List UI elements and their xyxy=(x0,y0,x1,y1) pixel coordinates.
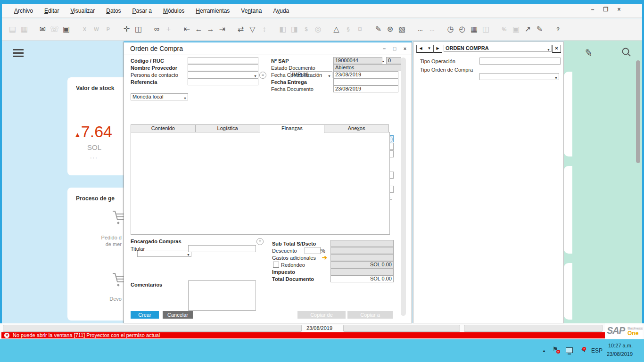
referencia-input[interactable] xyxy=(188,78,258,85)
search-icon[interactable] xyxy=(621,47,632,58)
recalc-dropdown[interactable] xyxy=(137,250,191,257)
redondeo-checkbox[interactable] xyxy=(273,262,279,268)
edit-icon[interactable]: ✎ xyxy=(372,23,384,35)
gross-profit-icon: ◎ xyxy=(312,23,324,35)
menu-datos[interactable]: Datos xyxy=(106,8,121,14)
persona-contacto-dropdown[interactable] xyxy=(188,71,258,78)
find-icon[interactable]: ∞ xyxy=(151,23,163,35)
returns-cart-icon[interactable] xyxy=(112,272,124,288)
choose-from-list-icon[interactable]: ≡ xyxy=(259,72,266,79)
tipo-orden-dropdown[interactable] xyxy=(479,73,559,80)
persona-contacto-label: Persona de contacto xyxy=(131,72,178,78)
chat-icon[interactable]: … xyxy=(414,23,426,35)
status-field xyxy=(3,325,302,332)
fecha-contabilizacion-input[interactable] xyxy=(333,71,398,78)
approval-status-icon[interactable]: ◷ xyxy=(445,23,456,35)
hamburger-menu-icon[interactable] xyxy=(13,49,24,59)
stock-card-title: Valor de stock xyxy=(76,85,114,91)
next-record-icon[interactable]: → xyxy=(205,23,216,35)
fecha-documento-input[interactable] xyxy=(333,85,398,92)
menu-módulos[interactable]: Módulos xyxy=(163,8,184,14)
tab-anexos[interactable]: Anexos xyxy=(324,124,389,132)
volume-muted-icon[interactable]: × xyxy=(579,347,585,352)
titular-label: Titular xyxy=(131,246,145,252)
refresh-icon[interactable]: ⇄ xyxy=(235,23,247,35)
link-arrow-icon[interactable]: ➔ xyxy=(322,255,327,261)
nav-previous-icon[interactable]: ◀ xyxy=(416,45,425,53)
user-defined-fields-icon[interactable]: ▧ xyxy=(396,23,408,35)
sms-icon: ☏ xyxy=(49,23,60,35)
tipo-orden-label: Tipo Orden de Compra xyxy=(420,67,473,73)
document-type-combo[interactable]: ORDEN COMPRA xyxy=(444,45,552,52)
choose-from-list-icon[interactable]: ≡ xyxy=(256,238,264,245)
form-edit-icon[interactable]: ✎ xyxy=(534,23,545,35)
print-preview-icon: ▤ xyxy=(7,23,18,35)
copiar-a-button: Copiar a xyxy=(347,311,393,319)
dialog-minimize-button[interactable]: – xyxy=(380,46,388,52)
clock-date[interactable]: 23/08/2019 xyxy=(607,351,633,357)
menu-archivo[interactable]: Archivo xyxy=(14,8,33,14)
nav-dropdown-icon[interactable]: ▼ xyxy=(425,45,434,53)
tab-contenido[interactable]: Contenido xyxy=(131,124,196,132)
titular-input[interactable] xyxy=(188,245,256,252)
one-text: One xyxy=(627,330,638,336)
total-documento-label: Total Documento xyxy=(272,276,314,282)
language-indicator[interactable]: ESP xyxy=(591,347,603,354)
tab-logística[interactable]: Logística xyxy=(196,124,260,132)
menu-ventana[interactable]: Ventana xyxy=(241,8,262,14)
previous-record-icon[interactable]: ← xyxy=(193,23,205,35)
finanzas-tab-panel xyxy=(131,132,390,235)
fecha-documento-label: Fecha Documento xyxy=(271,86,314,92)
tipo-operacion-input[interactable] xyxy=(479,58,561,65)
clock-time[interactable]: 10:27 a.m. xyxy=(608,343,633,348)
moneda-dropdown[interactable]: Moneda local xyxy=(131,93,188,100)
menu-visualizar[interactable]: Visualizar xyxy=(70,8,95,14)
impuesto-label: Impuesto xyxy=(272,269,295,275)
edit-pencil-icon[interactable]: ✎ xyxy=(584,47,594,59)
codigo-ruc-input[interactable] xyxy=(188,57,258,64)
process-card: Proceso de ge Pedido d de mer Devo xyxy=(67,188,124,321)
subtotal-field xyxy=(330,240,394,247)
notification-flag-icon[interactable]: ⚑× xyxy=(553,346,558,353)
tab-bar: ContenidoLogísticaFinanzasAnexos xyxy=(131,124,389,132)
nav-next-icon[interactable]: ▶ xyxy=(433,45,442,53)
export-transfer-icon[interactable]: ↗ xyxy=(522,23,534,35)
stock-value-card: Valor de stock ▲7.64 SOL ... xyxy=(67,77,124,175)
tab-finanzas[interactable]: Finanzas xyxy=(260,124,325,133)
dialog-close-button[interactable]: × xyxy=(401,46,409,52)
dialog-scrollbar[interactable] xyxy=(400,58,406,318)
lock-screen-icon[interactable]: ◫ xyxy=(132,23,144,35)
fax-icon[interactable]: ▣ xyxy=(60,23,72,35)
last-record-icon[interactable]: ⇥ xyxy=(216,23,228,35)
window-restore-button[interactable]: ❐ xyxy=(602,6,610,14)
tray-expand-icon[interactable]: ▲ xyxy=(542,349,546,353)
nombre-proveedor-input[interactable] xyxy=(188,64,258,71)
fecha-entrega-input[interactable] xyxy=(333,78,398,85)
window-minimize-button[interactable]: – xyxy=(588,6,597,14)
comentarios-textarea[interactable] xyxy=(188,280,256,311)
process-card-title: Proceso de ge xyxy=(76,195,115,202)
encargado-compras-label: Encargado Compras xyxy=(131,239,182,244)
form-settings-icon[interactable]: ⊛ xyxy=(384,23,396,35)
menu-pasar-a[interactable]: Pasar a xyxy=(132,8,152,14)
crear-button[interactable]: Crear xyxy=(131,311,159,319)
cancelar-button[interactable]: Cancelar xyxy=(163,311,193,319)
email-icon[interactable]: ✉ xyxy=(37,23,49,35)
move-icon[interactable]: ✛ xyxy=(121,23,132,35)
menu-herramientas[interactable]: Herramientas xyxy=(196,8,230,14)
first-record-icon[interactable]: ⇤ xyxy=(181,23,193,35)
panel-close-button[interactable]: × xyxy=(552,45,561,53)
dialog-maximize-button[interactable]: □ xyxy=(391,46,398,52)
window-close-button[interactable]: × xyxy=(615,6,623,14)
calendar-icon[interactable]: ▦ xyxy=(468,23,480,35)
help-icon[interactable]: ? xyxy=(552,23,564,35)
network-icon[interactable] xyxy=(566,347,573,353)
menu-ayuda[interactable]: Ayuda xyxy=(273,8,289,14)
volume-weight-icon[interactable]: △ xyxy=(330,23,342,35)
purchase-order-cart-icon[interactable] xyxy=(112,209,124,226)
panel-scrollbar[interactable] xyxy=(636,60,640,163)
menu-editar[interactable]: Editar xyxy=(44,8,59,14)
filter-icon[interactable]: ▽ xyxy=(247,23,258,35)
descuento-input[interactable] xyxy=(305,247,321,254)
message-alert-icon[interactable]: ◴ xyxy=(456,23,468,35)
